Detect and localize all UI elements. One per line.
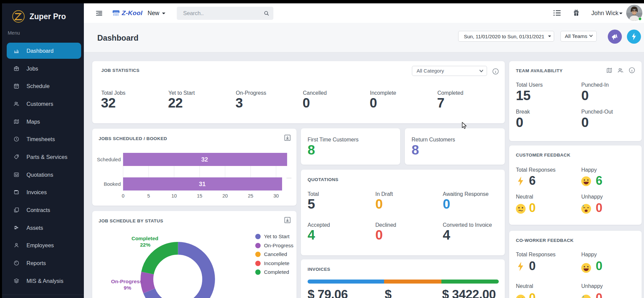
svg-text:30: 30 bbox=[273, 193, 279, 199]
svg-text:31: 31 bbox=[199, 181, 206, 187]
svg-text:15: 15 bbox=[197, 193, 202, 199]
svg-text:32: 32 bbox=[201, 156, 208, 163]
svg-text:Scheduled: Scheduled bbox=[97, 157, 121, 162]
svg-text:On-Progress: On-Progress bbox=[264, 243, 293, 248]
svg-text:25: 25 bbox=[248, 193, 253, 199]
svg-text:5: 5 bbox=[147, 193, 150, 199]
svg-text:Completed: Completed bbox=[131, 236, 158, 241]
svg-text:Booked: Booked bbox=[104, 181, 121, 187]
svg-text:22%: 22% bbox=[140, 242, 150, 248]
svg-text:9%: 9% bbox=[124, 285, 131, 291]
svg-text:10: 10 bbox=[171, 193, 177, 199]
svg-text:Incomplete: Incomplete bbox=[264, 260, 289, 266]
svg-text:Cancelled: Cancelled bbox=[264, 251, 287, 257]
svg-text:On-Progress: On-Progress bbox=[111, 279, 143, 284]
svg-text:Yet to Start: Yet to Start bbox=[264, 233, 290, 239]
svg-text:Completed: Completed bbox=[264, 269, 289, 275]
svg-text:20: 20 bbox=[222, 193, 228, 199]
svg-text:0: 0 bbox=[122, 193, 124, 199]
